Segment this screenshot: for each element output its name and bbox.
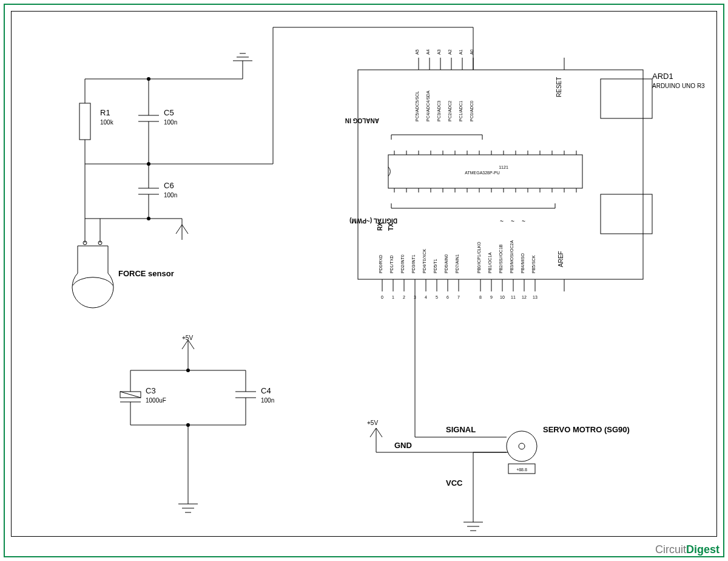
capacitor-c5 <box>138 79 159 164</box>
reset-label: RESET <box>556 77 562 97</box>
a2: A2 <box>448 49 452 55</box>
arduino-block <box>358 70 652 279</box>
aref-label: AREF <box>558 251 564 267</box>
pd5: PD5/T1 <box>433 259 437 273</box>
junction <box>147 77 150 81</box>
analog-pins <box>419 58 473 70</box>
d11: 11 <box>511 295 516 299</box>
c5-ref: C5 <box>164 108 174 117</box>
vcc-label: VCC <box>446 478 463 488</box>
d6: 6 <box>447 295 449 299</box>
a3: A3 <box>437 49 441 55</box>
d9: 9 <box>490 295 493 299</box>
tilde: ~ <box>511 217 514 224</box>
c6-value: 100n <box>164 192 177 199</box>
pd1: PD1/TXD <box>389 255 394 273</box>
d1: 1 <box>392 295 394 299</box>
pb0: PB0/ICP1/CLKO <box>477 242 481 273</box>
pc5: PC5/ADC5/SCL <box>415 91 419 121</box>
pb3: PB3/MOSI/OC2A <box>510 240 514 273</box>
pb4: PB4/MISO <box>521 253 525 273</box>
d8: 8 <box>479 295 482 299</box>
gnd-label: GND <box>394 441 412 450</box>
pd3: PD3/INT1 <box>411 254 416 273</box>
ard-ref: ARD1 <box>652 72 673 81</box>
force-sensor-label: FORCE sensor <box>118 269 174 278</box>
d12: 12 <box>522 295 527 299</box>
watermark-right: Digest <box>686 543 720 556</box>
d7: 7 <box>457 295 460 299</box>
svg-point-84 <box>507 431 537 461</box>
capacitor-c6 <box>138 164 159 219</box>
digital-pins <box>382 279 535 291</box>
r1-ref: R1 <box>100 108 110 117</box>
capacitor-c4 <box>235 370 256 425</box>
signal-label: SIGNAL <box>446 425 476 434</box>
resistor-r1 <box>79 79 90 164</box>
a5: A5 <box>415 49 419 55</box>
svg-point-85 <box>519 443 525 449</box>
d10: 10 <box>500 295 505 299</box>
supply-arrow-5v-a <box>182 340 194 370</box>
svg-rect-4 <box>79 103 90 140</box>
ground-symbol <box>233 53 252 61</box>
pd2: PD2/INT0 <box>400 254 405 273</box>
pb1: PB1/OC1A <box>488 252 492 273</box>
watermark: CircuitDigest <box>655 543 720 556</box>
watermark-left: Circuit <box>655 543 686 556</box>
svg-rect-29 <box>601 79 652 118</box>
pb2: PB2/SS//OC1B <box>499 244 503 273</box>
ground-symbol-b <box>178 504 198 512</box>
svg-line-18 <box>120 392 141 398</box>
junction <box>147 217 150 220</box>
pc3: PC3/ADC3 <box>437 101 441 121</box>
d13: 13 <box>533 295 538 299</box>
schematic-svg: R1 100k C5 100n C6 100n <box>0 0 728 561</box>
c5-value: 100n <box>164 119 177 126</box>
r1-value: 100k <box>100 119 114 126</box>
svg-rect-30 <box>601 194 652 234</box>
a4: A4 <box>426 49 430 55</box>
tilde: ~ <box>500 217 504 224</box>
chip-main: ATMEGA328P-PU <box>465 171 499 175</box>
pb5: PB5/SCK <box>531 255 536 273</box>
rx-label: RX <box>377 222 383 231</box>
tilde: ~ <box>522 217 525 224</box>
supply-arrow <box>176 219 188 240</box>
ard-part: ARDUINO UNO R3 <box>652 83 705 89</box>
analog-in-label: ANALOG IN <box>345 117 379 124</box>
c6-ref: C6 <box>164 181 174 190</box>
junction <box>186 369 190 372</box>
servo-vcc-wire <box>473 452 507 522</box>
tx-label: TX <box>388 223 394 231</box>
pc1: PC1/ADC1 <box>459 101 463 121</box>
a1: A1 <box>459 49 463 55</box>
servo-reading: +88.8 <box>516 467 527 472</box>
c4-value: 100n <box>261 397 274 404</box>
d5: 5 <box>436 295 438 299</box>
schematic-frame: R1 100k C5 100n C6 100n <box>0 0 728 561</box>
plus5v-label-b: +5V <box>367 420 378 426</box>
a0: A0 <box>470 49 474 55</box>
ground-symbol-c <box>463 522 483 531</box>
force-sensor <box>72 246 113 308</box>
pc4: PC4/ADC4/SDA <box>426 90 430 121</box>
supply-arrow-5v-b <box>370 428 388 452</box>
pd7: PD7/AIN1 <box>455 254 459 273</box>
c3-ref: C3 <box>146 386 156 395</box>
chip-sub: 1121 <box>499 165 508 169</box>
c3-value: 1000uF <box>146 397 166 404</box>
pc0: PC0/ADC0 <box>470 101 474 121</box>
c4-ref: C4 <box>261 386 271 395</box>
pd0: PD0/RXD <box>379 255 383 273</box>
pc2: PC2/ADC2 <box>448 101 452 121</box>
d0: 0 <box>381 295 383 299</box>
pd4: PD4/T0/XCK <box>422 249 426 273</box>
pd6: PD6/AIN0 <box>444 254 448 273</box>
capacitor-c3 <box>120 370 141 425</box>
servo-label: SERVO MOTRO (SG90) <box>543 425 630 434</box>
d4: 4 <box>425 295 427 299</box>
d2: 2 <box>403 295 405 299</box>
